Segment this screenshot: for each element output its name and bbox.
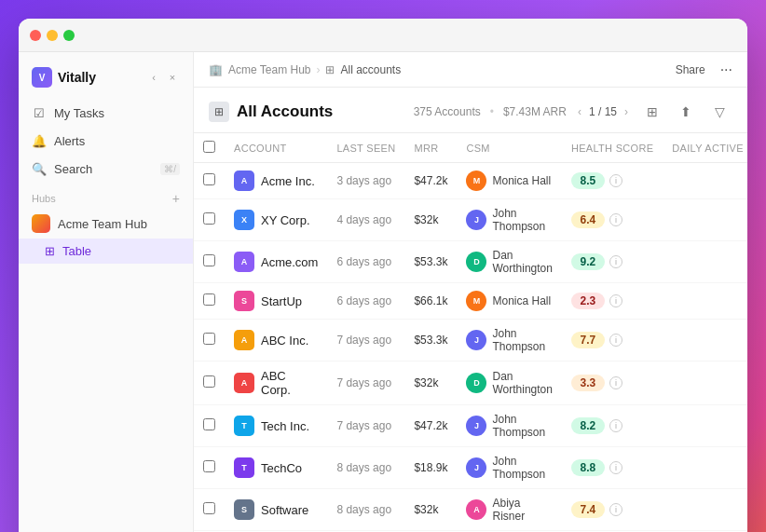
sidebar-controls: ‹ ×: [146, 70, 180, 85]
csm-name: John Thompson: [492, 413, 552, 439]
minimize-dot[interactable]: [47, 30, 58, 41]
health-info-icon[interactable]: i: [609, 255, 622, 268]
csm-cell: M Monica Hall: [457, 283, 561, 320]
row-checkbox[interactable]: [203, 333, 215, 345]
health-info-icon[interactable]: i: [609, 294, 622, 307]
dau-cell: 5.2: [663, 163, 747, 199]
share-button[interactable]: Share: [670, 61, 711, 79]
health-cell: 8.2 i: [562, 405, 663, 447]
export-button[interactable]: ⬆: [673, 99, 699, 125]
account-cell: T TechCo: [225, 447, 327, 489]
table-row[interactable]: X XY Corp. 4 days ago $32k J John Thomps…: [194, 199, 747, 241]
maximize-dot[interactable]: [63, 30, 75, 41]
row-checkbox[interactable]: [203, 293, 215, 306]
table-row[interactable]: T Tech Inc. 7 days ago $47.2k J John Tho…: [194, 405, 747, 447]
csm-name: Dan Worthington: [492, 370, 552, 396]
csm-avatar: D: [466, 373, 486, 393]
next-page-button[interactable]: ›: [621, 103, 632, 120]
columns-toggle-button[interactable]: ⊞: [639, 99, 665, 125]
sidebar-close-button[interactable]: ×: [165, 70, 180, 85]
table-row[interactable]: A ABC Corp. 7 days ago $32k D Dan Worthi…: [194, 361, 747, 405]
dau-cell: 7: [663, 361, 747, 405]
account-name: Acme Inc.: [261, 174, 315, 188]
health-cell: 7.7 i: [562, 320, 663, 361]
col-header-health[interactable]: Health Score: [562, 133, 663, 163]
col-header-mrr[interactable]: MRR: [404, 133, 457, 163]
health-info-icon[interactable]: i: [609, 461, 622, 474]
table-row[interactable]: A Acme.com 6 days ago $53.3k D Dan Worth…: [194, 241, 747, 283]
col-header-account[interactable]: Account: [225, 133, 327, 163]
more-options-button[interactable]: ···: [720, 61, 732, 78]
dau-cell: 4.9: [663, 447, 747, 489]
col-header-dau[interactable]: Daily Active Users: [663, 133, 747, 163]
account-name: ABC Inc.: [261, 334, 308, 348]
table-row[interactable]: S StartUp 6 days ago $66.1k M Monica Hal…: [194, 283, 747, 320]
sidebar-item-table[interactable]: ⊞ Table: [19, 239, 193, 264]
sidebar-collapse-button[interactable]: ‹: [146, 70, 161, 85]
close-dot[interactable]: [30, 30, 41, 41]
row-checkbox[interactable]: [203, 375, 215, 388]
topbar: 🏢 Acme Team Hub › ⊞ All accounts Share ·…: [194, 52, 747, 88]
row-checkbox[interactable]: [203, 502, 215, 514]
health-info-icon[interactable]: i: [609, 334, 622, 347]
prev-page-button[interactable]: ‹: [574, 103, 585, 120]
sidebar-item-search[interactable]: 🔍 Search ⌘/: [19, 155, 193, 183]
sidebar-item-alerts[interactable]: 🔔 Alerts: [19, 127, 193, 155]
row-checkbox[interactable]: [203, 254, 215, 266]
health-cell: 3.3 i: [562, 361, 663, 405]
add-hub-button[interactable]: +: [172, 192, 180, 205]
sidebar-item-label: My Tasks: [54, 106, 104, 120]
table-row[interactable]: A Acme Inc. 3 days ago $47.2k M Monica H…: [194, 163, 747, 199]
account-cell: A ABC Corp.: [225, 361, 327, 405]
account-logo-icon: A: [234, 171, 254, 191]
mrr-cell: $53.3k: [404, 241, 457, 283]
csm-cell: J John Thompson: [457, 405, 561, 447]
row-checkbox-cell: [194, 241, 225, 283]
csm-avatar: J: [466, 416, 486, 436]
topbar-actions: Share ···: [670, 61, 732, 79]
col-header-csm[interactable]: CSM: [457, 133, 561, 163]
row-checkbox[interactable]: [203, 418, 215, 430]
col-header-last-seen[interactable]: Last Seen: [327, 133, 404, 163]
health-badge: 7.4: [571, 501, 605, 518]
table-row[interactable]: T TechCo 8 days ago $18.9k J John Thomps…: [194, 447, 747, 489]
sidebar-item-label: Search: [54, 162, 92, 176]
health-cell: 2.3 i: [562, 283, 663, 320]
health-info-icon[interactable]: i: [609, 213, 622, 226]
page-title: All Accounts: [237, 102, 333, 121]
row-checkbox-cell: [194, 361, 225, 405]
table-row[interactable]: S Software 8 days ago $32k A Abiya Risne…: [194, 489, 747, 531]
breadcrumb-hub[interactable]: Acme Team Hub: [228, 63, 310, 76]
account-name: Tech Inc.: [261, 419, 309, 433]
health-info-icon[interactable]: i: [609, 376, 622, 389]
row-checkbox[interactable]: [203, 460, 215, 472]
account-logo-icon: X: [234, 210, 254, 230]
select-all-checkbox[interactable]: [203, 141, 215, 153]
sidebar-brand-left: V Vitally: [32, 67, 96, 88]
last-seen-cell: 8 days ago: [327, 489, 404, 531]
page-indicator: 1 / 15: [589, 105, 617, 118]
account-cell: A Acme.com: [225, 241, 327, 283]
breadcrumb-separator: ›: [316, 63, 320, 76]
csm-name: John Thompson: [492, 327, 552, 353]
account-logo-icon: A: [234, 252, 254, 272]
table-row[interactable]: A ABC Inc. 7 days ago $53.3k J John Thom…: [194, 320, 747, 361]
last-seen-cell: 6 days ago: [327, 283, 404, 320]
row-checkbox[interactable]: [203, 212, 215, 225]
row-checkbox[interactable]: [203, 173, 215, 185]
row-checkbox-cell: [194, 283, 225, 320]
sidebar-item-hub[interactable]: Acme Team Hub: [19, 209, 193, 239]
mrr-cell: $47.2k: [404, 405, 457, 447]
health-info-icon[interactable]: i: [609, 503, 622, 516]
health-info-icon[interactable]: i: [609, 419, 622, 432]
csm-cell: A Abiya Risner: [457, 489, 561, 531]
health-info-icon[interactable]: i: [609, 174, 622, 187]
account-logo-icon: T: [234, 457, 254, 478]
filter-button[interactable]: ▽: [706, 99, 732, 125]
csm-avatar: A: [466, 499, 486, 520]
health-badge: 7.7: [571, 332, 605, 348]
health-badge: 8.8: [571, 459, 605, 476]
health-cell: 6.4 i: [562, 199, 663, 241]
sidebar-item-my-tasks[interactable]: ☑ My Tasks: [19, 99, 193, 127]
row-checkbox-cell: [194, 199, 225, 241]
